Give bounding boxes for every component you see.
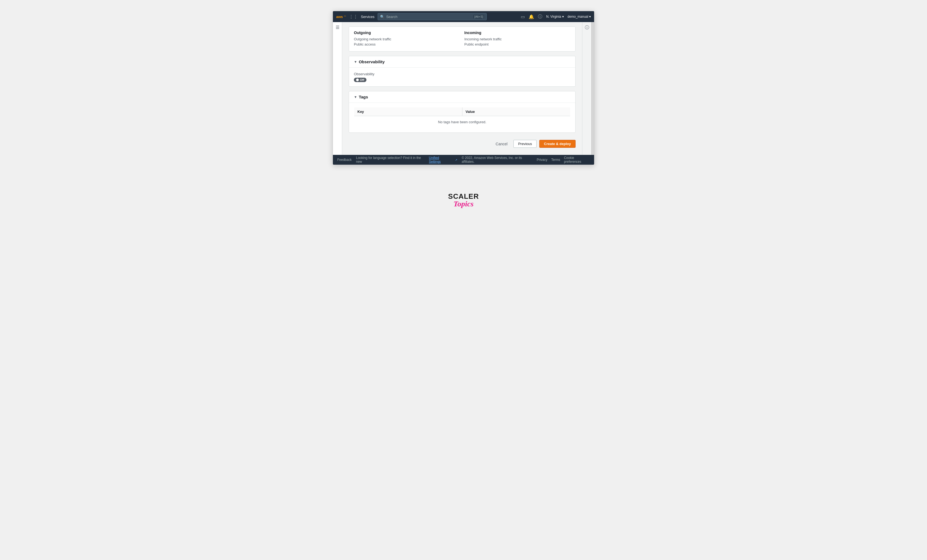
observability-toggle[interactable]: Off <box>354 78 366 82</box>
network-traffic-card: Outgoing Outgoing network traffic Public… <box>349 26 576 52</box>
footer-language-text: Looking for language selection? Find it … <box>356 156 424 164</box>
right-panel: ⓘ <box>582 22 591 155</box>
external-link-icon: ↗ <box>455 158 457 161</box>
action-row: Cancel Previous Create & deploy <box>349 137 576 150</box>
observability-label: Observability <box>354 72 570 76</box>
footer-links: Privacy Terms Cookie preferences <box>536 156 590 164</box>
observability-section-title: Observability <box>359 59 385 64</box>
scaler-topics-text: Topics <box>0 200 927 208</box>
search-bar[interactable]: 🔍 [Alt+S] <box>378 13 487 20</box>
footer-copyright: © 2022, Amazon Web Services, Inc. or its… <box>462 156 532 164</box>
tags-header[interactable]: ▼ Tags <box>349 91 575 103</box>
tags-card: ▼ Tags Key Value <box>349 91 576 133</box>
tags-body: Key Value No tags have been configured. <box>349 103 575 132</box>
scaler-section: SCALER Topics <box>0 176 927 219</box>
content-area: Outgoing Outgoing network traffic Public… <box>342 22 582 155</box>
info-icon[interactable]: ⓘ <box>585 25 589 30</box>
aws-logo: aws ⁀ <box>336 15 346 19</box>
grid-icon[interactable]: ⋮⋮ <box>349 14 358 19</box>
feedback-link[interactable]: Feedback <box>337 158 352 162</box>
chevron-down-icon: ▼ <box>354 60 357 64</box>
tags-empty-row: No tags have been configured. <box>354 116 570 128</box>
incoming-item2: Public endpoint <box>464 42 570 46</box>
toggle-text: Off <box>360 78 364 82</box>
hamburger-icon[interactable]: ☰ <box>336 25 339 30</box>
terminal-icon[interactable]: ▭ <box>521 14 525 19</box>
outgoing-item1: Outgoing network traffic <box>354 37 460 41</box>
chevron-down-icon-tags: ▼ <box>354 95 357 99</box>
privacy-link[interactable]: Privacy <box>536 158 547 162</box>
create-deploy-button[interactable]: Create & deploy <box>539 140 576 148</box>
search-input[interactable] <box>386 15 471 19</box>
previous-button[interactable]: Previous <box>514 140 536 148</box>
tags-empty-message: No tags have been configured. <box>354 116 570 128</box>
cookie-link[interactable]: Cookie preferences <box>564 156 590 164</box>
observability-card: ▼ Observability Observability Off <box>349 56 576 87</box>
unified-settings-link[interactable]: Unified Settings <box>429 156 451 164</box>
incoming-col: Incoming Incoming network traffic Public… <box>464 30 570 47</box>
tags-key-header: Key <box>354 108 462 116</box>
observability-body: Observability Off <box>349 68 575 87</box>
aws-logo-text: aws <box>336 15 343 19</box>
tags-table: Key Value No tags have been configured. <box>354 107 570 128</box>
help-icon[interactable]: ⓘ <box>538 14 542 20</box>
scrollbar[interactable] <box>591 22 594 155</box>
nav-icons: ▭ 🔔 ⓘ N. Virginia ▾ demo_manual ▾ <box>521 14 591 20</box>
tags-section-title: Tags <box>359 95 368 99</box>
aws-smile-icon: ⁀ <box>344 16 346 18</box>
account-selector[interactable]: demo_manual ▾ <box>568 15 591 18</box>
region-selector[interactable]: N. Virginia ▾ <box>546 15 564 18</box>
aws-navbar: aws ⁀ ⋮⋮ Services 🔍 [Alt+S] ▭ 🔔 ⓘ N. Vir… <box>333 11 594 22</box>
cancel-button[interactable]: Cancel <box>492 140 511 148</box>
toggle-circle <box>356 79 359 81</box>
page-content: Outgoing Outgoing network traffic Public… <box>342 22 582 155</box>
bell-icon[interactable]: 🔔 <box>529 14 534 19</box>
outgoing-title: Outgoing <box>354 30 460 35</box>
incoming-title: Incoming <box>464 30 570 35</box>
aws-footer: Feedback Looking for language selection?… <box>333 155 594 165</box>
traffic-grid: Outgoing Outgoing network traffic Public… <box>354 30 570 47</box>
sidebar: ☰ <box>333 22 342 155</box>
main-layout: ☰ Outgoing Outgoing network traffic Publ… <box>333 22 594 155</box>
search-icon: 🔍 <box>380 15 384 19</box>
outgoing-item2: Public access <box>354 42 460 46</box>
tags-value-header: Value <box>462 108 570 116</box>
terms-link[interactable]: Terms <box>551 158 560 162</box>
incoming-item1: Incoming network traffic <box>464 37 570 41</box>
services-button[interactable]: Services <box>361 15 375 19</box>
observability-header[interactable]: ▼ Observability <box>349 56 575 68</box>
search-shortcut: [Alt+S] <box>473 15 485 18</box>
outgoing-col: Outgoing Outgoing network traffic Public… <box>354 30 460 47</box>
